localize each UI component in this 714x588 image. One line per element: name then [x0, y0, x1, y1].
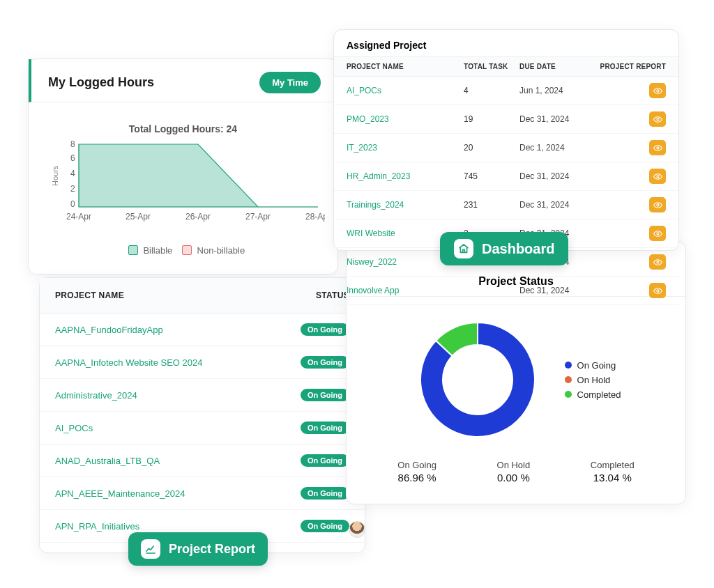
svg-point-14: [656, 146, 658, 148]
metric-value: 13.04 %: [591, 472, 635, 483]
x-ticks: 24-Apr 25-Apr 26-Apr 27-Apr 28-Apr: [66, 212, 325, 222]
status-badge: On Going: [301, 323, 349, 336]
svg-point-15: [656, 175, 658, 177]
svg-point-13: [656, 118, 658, 120]
status-badge: On Going: [301, 421, 349, 434]
assigned-project-card: Assigned Project PROJECT NAME TOTAL TASK…: [333, 29, 679, 251]
project-link[interactable]: Administrative_2024: [55, 390, 137, 401]
svg-text:2: 2: [70, 184, 75, 194]
col-project-report: PROJECT REPORT: [589, 63, 666, 70]
metric-label: On Going: [397, 460, 436, 470]
status-badge: On Going: [301, 487, 349, 500]
svg-text:24-Apr: 24-Apr: [66, 212, 91, 222]
metric-value: 86.96 %: [397, 472, 436, 483]
view-report-button[interactable]: [649, 169, 666, 184]
project-link[interactable]: AI_POCs: [347, 86, 464, 95]
view-report-button[interactable]: [649, 83, 666, 98]
metric-label: Completed: [591, 460, 635, 470]
project-link[interactable]: APN_AEEE_Maintenance_2024: [55, 488, 185, 499]
table-row: AI_POCs4Jun 1, 2024: [334, 77, 678, 105]
avatar: [349, 521, 365, 538]
legend-billable: Billable: [143, 245, 172, 256]
project-report-card: PROJECT NAME STATUS AAPNA_FundooFridayAp…: [39, 277, 365, 553]
table-row: PMO_202319Dec 31, 2024: [334, 105, 678, 134]
view-report-button[interactable]: [649, 226, 666, 241]
project-link[interactable]: HR_Admin_2023: [347, 171, 464, 181]
status-badge: On Going: [301, 520, 349, 532]
billable-area: [79, 144, 318, 207]
logged-hours-card: My Logged Hours My Time Total Logged Hou…: [28, 59, 338, 274]
svg-point-12: [656, 89, 658, 91]
project-report-pill[interactable]: Project Report: [128, 532, 268, 566]
legend-dot: [565, 376, 572, 383]
logged-hours-title: My Logged Hours: [48, 75, 154, 90]
svg-point-19: [656, 289, 658, 291]
status-metric: On Going86.96 %: [397, 460, 436, 483]
table-row: Trainings_2024231Dec 31, 2024: [334, 191, 678, 219]
project-link[interactable]: APN_RPA_Initiatives: [55, 521, 139, 532]
svg-text:28-Apr: 28-Apr: [305, 212, 325, 222]
legend-item: On Hold: [565, 375, 621, 385]
project-link[interactable]: ANAD_Australia_LTB_QA: [55, 456, 160, 466]
logged-hours-legend: Billable Non-billable: [29, 241, 337, 263]
svg-text:27-Apr: 27-Apr: [245, 212, 271, 222]
total-task: 20: [464, 143, 519, 153]
project-link[interactable]: AAPNA_Infotech Website SEO 2024: [55, 357, 203, 368]
dashboard-label: Dashboard: [482, 241, 554, 257]
view-report-button[interactable]: [649, 197, 666, 212]
table-row: AAPNA_FundooFridayAppOn Going: [40, 314, 365, 346]
billable-swatch: [128, 245, 138, 255]
nonbillable-swatch: [182, 245, 192, 255]
dashboard-pill[interactable]: Dashboard: [440, 232, 568, 265]
table-row: AI_POCsOn Going: [40, 412, 365, 444]
metric-label: On Hold: [497, 460, 531, 470]
report-header: PROJECT NAME STATUS: [40, 278, 365, 314]
view-report-button[interactable]: [649, 254, 666, 270]
table-row: Innovolve AppDec 31, 2024: [334, 277, 678, 305]
assigned-header: PROJECT NAME TOTAL TASK DUE DATE PROJECT…: [334, 56, 678, 77]
project-link[interactable]: Trainings_2024: [347, 200, 464, 210]
chart-line-icon: [141, 539, 160, 559]
view-report-button[interactable]: [649, 283, 666, 298]
total-task: 745: [464, 171, 519, 181]
status-metric: On Hold0.00 %: [497, 460, 531, 483]
table-row: ANAD_Australia_LTB_QAOn Going: [40, 444, 365, 477]
table-row: APN_AEEE_Maintenance_2024On Going: [40, 477, 365, 510]
status-badge: On Going: [301, 389, 349, 401]
assigned-title: Assigned Project: [334, 30, 678, 56]
svg-point-18: [656, 261, 658, 263]
legend-label: On Hold: [577, 375, 611, 385]
project-link[interactable]: Innovolve App: [347, 286, 464, 295]
project-link[interactable]: AI_POCs: [55, 423, 93, 433]
col-due-date: DUE DATE: [519, 63, 589, 70]
total-task: 19: [464, 114, 519, 124]
project-link[interactable]: IT_2023: [347, 143, 464, 153]
legend-item: Completed: [565, 389, 621, 400]
status-badge: On Going: [301, 454, 349, 467]
table-row: AAPNA_Infotech Website SEO 2024On Going: [40, 346, 365, 379]
svg-text:26-Apr: 26-Apr: [185, 212, 211, 222]
table-row: HR_Admin_2023745Dec 31, 2024: [334, 162, 678, 191]
legend-dot: [565, 362, 572, 369]
project-status-footer: On Going86.96 %On Hold0.00 %Completed13.…: [347, 451, 685, 499]
col-project-name: PROJECT NAME: [347, 63, 464, 70]
y-ticks: 0 2 4 6 8: [70, 139, 75, 209]
legend-item: On Going: [565, 360, 621, 371]
my-time-button[interactable]: My Time: [259, 72, 321, 93]
view-report-button[interactable]: [649, 140, 666, 155]
metric-value: 0.00 %: [497, 472, 531, 483]
project-link[interactable]: AAPNA_FundooFridayApp: [55, 325, 163, 335]
table-row: IT_202320Dec 1, 2024: [334, 134, 678, 162]
project-status-legend: On GoingOn HoldCompleted: [565, 356, 621, 404]
due-date: Dec 31, 2024: [519, 171, 589, 181]
legend-label: Completed: [577, 389, 621, 400]
svg-point-17: [656, 232, 658, 234]
total-logged-summary: Total Logged Hours: 24: [29, 102, 337, 134]
project-link[interactable]: PMO_2023: [347, 114, 464, 124]
table-row: Administrative_2024On Going: [40, 379, 365, 412]
legend-label: On Going: [577, 360, 616, 371]
view-report-button[interactable]: [649, 111, 666, 127]
due-date: Dec 1, 2024: [519, 143, 589, 153]
due-date: Dec 31, 2024: [519, 200, 589, 210]
home-icon: [454, 239, 473, 258]
